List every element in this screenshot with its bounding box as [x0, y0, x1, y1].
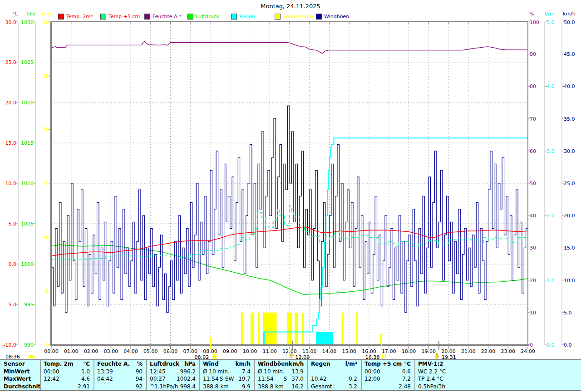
table-cell-windb-en-hdr: Windböenkm/h	[254, 360, 307, 368]
cell-value: 3.2	[349, 383, 357, 390]
x-tick-label: 14:00	[322, 348, 337, 354]
axis-label-sunshine: 30	[43, 20, 49, 25]
sonnenschein-bar	[251, 313, 252, 345]
stats-table: SensorTemp. 2m°CFeuchte A.%LuftdruckhPaW…	[0, 359, 581, 391]
axis-label-sunshine: 20	[43, 127, 49, 132]
x-tick-label: 20:00	[441, 348, 456, 354]
table-cell-windb-en-min: Ø 10 min.13.9	[254, 368, 307, 376]
axis-label-wind: 15.0	[564, 245, 575, 251]
x-tick-label: 10:00	[243, 348, 257, 354]
cell-value: 9.9	[242, 383, 251, 390]
cell-text: Wind	[203, 361, 218, 367]
event-time-label: 08:36	[5, 354, 20, 359]
x-tick-label: 18:00	[402, 348, 416, 354]
x-tick-label: 07:00	[183, 348, 197, 354]
sonnenschein-bar	[296, 313, 298, 345]
axis-label-temp2m: 30.0	[5, 20, 17, 25]
event-time-label: 16:38	[365, 354, 380, 359]
sonnenschein-bar	[258, 313, 260, 345]
axis-label-temp2m: 25.0	[5, 59, 17, 65]
axis-label-sunshine: 25	[43, 73, 49, 79]
cell-value: 1002.4	[177, 376, 196, 382]
cell-value: l/m²	[345, 361, 357, 367]
cell-text: Ø 10 min.	[258, 368, 285, 375]
x-tick-label: 01:00	[64, 348, 79, 354]
x-tick-label: 19:00	[421, 348, 436, 354]
axis-label-rain: 3.0	[547, 148, 555, 154]
square-icon	[383, 355, 386, 358]
x-tick-label: 02:00	[84, 348, 98, 354]
table-cell-temp-5-cm-max: 12:007.2	[361, 375, 414, 383]
cell-text: 12:00	[364, 376, 380, 382]
cell-text: Regen	[311, 361, 330, 367]
table-cell-wind-avg: 388.8 km9.9	[199, 383, 254, 391]
axis-label-humidity: 80	[530, 83, 536, 89]
axis-label-wind: 50.0	[564, 20, 575, 25]
axis-label-wind: 45.0	[564, 51, 575, 57]
table-cell-pmv-1-2-avg: 0.5hPa/3h	[414, 383, 581, 391]
axis-label-rain: 5.0	[547, 20, 555, 25]
axis-label-temp2m: 10.0	[5, 181, 17, 186]
axis-label-humidity: 90	[530, 51, 536, 57]
cell-value: °C	[83, 361, 90, 367]
axis-label-sunshine: 5	[46, 288, 49, 294]
axis-label-rain: 1.0	[547, 278, 555, 284]
axis-label-wind: 10.0	[564, 278, 575, 284]
table-cell-pmv-1-2-hdr: PMV-1:2	[414, 360, 581, 368]
table-cell-temp-2m-max: 12:424.6	[40, 375, 94, 383]
cell-text: Temp. 2m	[44, 361, 73, 367]
cell-value: 90	[136, 368, 143, 375]
sonnenschein-bar	[356, 313, 358, 345]
x-tick-label: 03:00	[103, 348, 118, 354]
axis-label-humidity: 20	[530, 278, 536, 284]
table-cell-wind-max: 11:54S-SW19.7	[199, 375, 254, 383]
cell-value: hPa	[184, 361, 196, 367]
axis-label-humidity: 100	[530, 20, 539, 25]
x-tick-label: 04:00	[123, 348, 138, 354]
table-cell-windb-en-avg: 388.8 km16.2	[254, 383, 307, 391]
cell-text: Feuchte A.	[97, 361, 130, 367]
cell-value: 2.48	[399, 383, 411, 390]
event-time-label: 08:02	[195, 354, 209, 359]
axis-label-sunshine: 15	[43, 181, 49, 186]
cell-value: 4.6	[81, 376, 90, 382]
table-cell-luftdruck-hdr: LuftdruckhPa	[146, 360, 199, 368]
axis-label-temp2m: 20.0	[5, 100, 17, 106]
cell-value: 16.2	[291, 383, 304, 390]
x-tick-label: 17:00	[382, 348, 396, 354]
x-tick-label: 22:00	[481, 348, 496, 354]
axis-label-wind: 40.0	[564, 83, 575, 89]
x-tick-label: 11:00	[262, 348, 277, 354]
cell-text: Temp +5 cm	[364, 361, 402, 367]
cell-text: 12:45	[150, 368, 166, 375]
cell-direction: S	[284, 376, 292, 382]
axis-label-humidity: 10	[530, 310, 536, 316]
cell-text: Gesamt:	[311, 383, 334, 390]
axis-label-humidity: 30	[530, 245, 536, 251]
axis-label-pressure: 1025	[21, 59, 34, 65]
cell-value: km/h	[236, 361, 251, 367]
table-cell-feuchte-a--hdr: Feuchte A.%	[94, 360, 146, 368]
sun-ray	[212, 354, 213, 355]
x-tick-label: 13:00	[302, 348, 317, 354]
table-cell-windb-en-max: 11:54S37.0	[254, 375, 307, 383]
cell-value: 996.2	[180, 368, 196, 375]
sonnenschein-bar	[252, 313, 254, 345]
series-feuchte-a-	[51, 41, 528, 54]
event-time-label: 12:09	[295, 354, 310, 359]
cell-text: PMV-1:2	[418, 361, 443, 367]
table-cell-temp-5-cm-min: 00:000.6	[361, 368, 414, 376]
cell-text: WC 2.2 °C	[418, 368, 446, 375]
axis-label-pressure: 1005	[21, 221, 34, 227]
axis-label-sunshine: 10	[43, 235, 49, 240]
axis-label-rain: 0.0	[547, 342, 555, 348]
cell-value: °C	[404, 361, 411, 367]
cell-text: Luftdruck	[150, 361, 179, 367]
axis-label-humidity: 70	[530, 116, 536, 122]
sun-ray	[212, 358, 213, 359]
table-cell-regen-hdr: Regenl/m²	[307, 360, 361, 368]
event-time-label: 19:31	[442, 354, 456, 359]
table-cell-feuchte-a--max: 04:4294	[94, 375, 146, 383]
cell-value: %	[137, 361, 143, 367]
x-tick-label: 00:00	[44, 348, 59, 354]
